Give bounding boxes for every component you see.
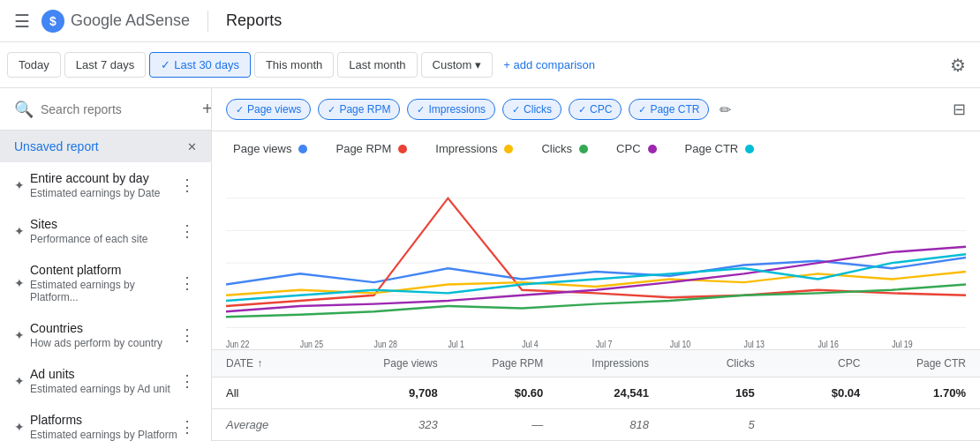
data-table: DATE ↑ Page views Page RPM Impressions C…	[212, 349, 980, 441]
legend-dot-page-ctr	[745, 145, 754, 153]
cell-date: Average	[226, 418, 332, 431]
chip-label: Page CTR	[650, 103, 699, 116]
cell-page-views: 323	[332, 418, 438, 431]
date-btn-today[interactable]: Today	[7, 52, 61, 78]
more-icon[interactable]: ⋮	[177, 324, 197, 347]
add-comparison-btn[interactable]: + add comparison	[496, 53, 602, 77]
sidebar-item-subtitle: Estimated earnings by Ad unit	[30, 383, 170, 395]
menu-icon[interactable]: ☰	[14, 11, 30, 32]
checkmark-icon: ✓	[417, 104, 425, 116]
svg-text:Jul 1: Jul 1	[448, 339, 464, 349]
search-input[interactable]	[41, 102, 195, 116]
more-icon[interactable]: ⋮	[177, 220, 197, 243]
chip-label: Impressions	[428, 103, 486, 116]
svg-text:$: $	[49, 14, 57, 28]
date-btn-thismonth[interactable]: This month	[254, 52, 334, 78]
chip-page-rpm[interactable]: ✓ Page RPM	[318, 99, 400, 120]
cell-page-ctr: 1.70%	[860, 386, 966, 400]
checkmark-icon: ✓	[161, 58, 170, 71]
legend-dot-page-views	[298, 145, 307, 153]
sidebar-item-countries[interactable]: ✦ Countries How ads perform by country ⋮	[0, 312, 211, 358]
legend-dot-cpc	[648, 145, 657, 153]
legend-dot-impressions	[504, 145, 513, 153]
svg-text:Jul 16: Jul 16	[818, 339, 839, 349]
filter-chips-bar: ✓ Page views ✓ Page RPM ✓ Impressions ✓ …	[212, 88, 980, 131]
sidebar-item-platforms[interactable]: ✦ Platforms Estimated earnings by Platfo…	[0, 404, 211, 441]
col-impressions[interactable]: Impressions	[543, 357, 649, 370]
legend-label: Page RPM	[335, 142, 391, 155]
sidebar-item-unsaved[interactable]: Unsaved report ✕	[0, 131, 211, 162]
chip-page-views[interactable]: ✓ Page views	[226, 99, 311, 120]
checkmark-icon: ✓	[578, 104, 586, 116]
date-btn-last7[interactable]: Last 7 days	[64, 52, 147, 78]
chevron-down-icon: ▾	[475, 58, 481, 71]
sidebar-item-subtitle: How ads perform by country	[30, 337, 162, 349]
more-icon[interactable]: ⋮	[177, 174, 197, 197]
chip-cpc[interactable]: ✓ CPC	[569, 99, 622, 120]
svg-text:Jul 4: Jul 4	[522, 339, 539, 349]
svg-text:Jun 25: Jun 25	[300, 339, 324, 349]
legend-item-page-views: Page views	[233, 142, 307, 155]
chip-page-ctr[interactable]: ✓ Page CTR	[629, 99, 709, 120]
col-clicks[interactable]: Clicks	[649, 357, 755, 370]
chip-clicks[interactable]: ✓ Clicks	[502, 99, 562, 120]
more-icon[interactable]: ⋮	[177, 272, 197, 295]
col-page-ctr[interactable]: Page CTR	[860, 357, 966, 370]
checkmark-icon: ✓	[328, 104, 335, 116]
sidebar-item-title: Entire account by day	[30, 171, 160, 185]
chart-legend: Page views Page RPM Impressions Clicks C…	[212, 131, 980, 166]
chip-label: CPC	[590, 103, 612, 116]
svg-text:Jul 19: Jul 19	[892, 339, 913, 349]
cell-impressions: 24,541	[543, 386, 649, 400]
header-divider	[207, 11, 208, 32]
sidebar-item-content-platform[interactable]: ✦ Content platform Estimated earnings by…	[0, 254, 211, 312]
svg-text:Jun 22: Jun 22	[226, 339, 250, 349]
cell-page-ctr	[860, 418, 966, 431]
settings-icon[interactable]: ⚙	[950, 55, 966, 76]
date-btn-custom[interactable]: Custom ▾	[421, 52, 494, 78]
line-chart: Jun 22 Jun 25 Jun 28 Jul 1 Jul 4 Jul 7 J…	[226, 166, 966, 349]
sidebar-item-subtitle: Estimated earnings by Platform	[30, 429, 177, 441]
table-header: DATE ↑ Page views Page RPM Impressions C…	[212, 350, 980, 377]
sidebar-item-subtitle: Estimated earnings by Platform...	[30, 279, 177, 303]
search-icon: 🔍	[14, 100, 34, 119]
checkmark-icon: ✓	[236, 104, 244, 116]
legend-item-page-rpm: Page RPM	[335, 142, 407, 155]
add-report-icon[interactable]: +	[202, 99, 212, 119]
more-icon[interactable]: ⋮	[177, 370, 197, 392]
col-page-views[interactable]: Page views	[332, 357, 438, 370]
legend-label: CPC	[616, 142, 640, 155]
content-area: ✓ Page views ✓ Page RPM ✓ Impressions ✓ …	[212, 88, 980, 441]
close-icon[interactable]: ✕	[187, 140, 197, 153]
cell-date: All	[226, 386, 332, 400]
checkmark-icon: ✓	[638, 104, 646, 116]
date-btn-last30[interactable]: ✓ Last 30 days	[149, 52, 251, 78]
cell-clicks: 5	[649, 418, 755, 431]
sidebar-item-subtitle: Estimated earnings by Date	[30, 187, 160, 199]
filter-icon[interactable]: ⊟	[953, 100, 966, 119]
logo-icon: $	[41, 9, 65, 34]
edit-columns-icon[interactable]: ✏	[720, 101, 731, 118]
chart-area: Jun 22 Jun 25 Jun 28 Jul 1 Jul 4 Jul 7 J…	[212, 166, 980, 349]
sparkle-icon: ✦	[14, 224, 25, 238]
sidebar-item-subtitle: Performance of each site	[30, 233, 147, 245]
sidebar-item-ad-units[interactable]: ✦ Ad units Estimated earnings by Ad unit…	[0, 358, 211, 404]
sidebar-item-entire-account[interactable]: ✦ Entire account by day Estimated earnin…	[0, 162, 211, 208]
col-cpc[interactable]: CPC	[755, 357, 861, 370]
legend-item-page-ctr: Page CTR	[685, 142, 755, 155]
cell-page-rpm: $0.60	[438, 386, 544, 400]
unsaved-label: Unsaved report	[14, 139, 99, 153]
sparkle-icon: ✦	[14, 178, 25, 192]
more-icon[interactable]: ⋮	[177, 415, 197, 438]
table-row: Average 323 — 818 5	[212, 409, 980, 441]
col-date[interactable]: DATE ↑	[226, 357, 332, 370]
svg-text:Jul 7: Jul 7	[596, 339, 613, 349]
legend-item-clicks: Clicks	[541, 142, 588, 155]
date-btn-lastmonth[interactable]: Last month	[337, 52, 417, 78]
col-page-rpm[interactable]: Page RPM	[438, 357, 544, 370]
sort-icon: ↑	[257, 357, 262, 370]
sparkle-icon: ✦	[14, 276, 25, 290]
logo: $ Google AdSense	[41, 9, 190, 34]
sidebar-item-sites[interactable]: ✦ Sites Performance of each site ⋮	[0, 208, 211, 254]
chip-impressions[interactable]: ✓ Impressions	[407, 99, 495, 120]
